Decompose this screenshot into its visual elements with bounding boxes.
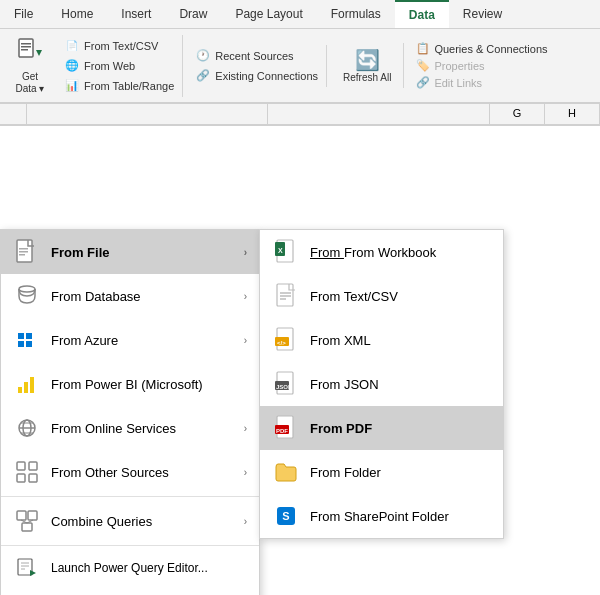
svg-marker-37 <box>30 570 36 576</box>
edit-links-btn[interactable]: 🔗 Edit Links <box>414 75 549 90</box>
combine-queries-label: Combine Queries <box>51 514 234 529</box>
svg-rect-51 <box>277 284 293 306</box>
svg-rect-28 <box>17 511 26 520</box>
menu-item-from-other-sources[interactable]: From Other Sources › <box>1 450 259 494</box>
recent-sources-icon: 🕐 <box>195 48 211 64</box>
svg-rect-8 <box>19 254 25 256</box>
from-folder-icon <box>272 458 300 486</box>
tab-data[interactable]: Data <box>395 0 449 28</box>
menu-item-from-workbook[interactable]: X From From Workbook <box>260 230 503 274</box>
menu-item-from-azure[interactable]: From Azure › <box>1 318 259 362</box>
from-other-sources-icon <box>13 458 41 486</box>
tab-draw[interactable]: Draw <box>165 0 221 28</box>
from-json-icon: JSON <box>272 370 300 398</box>
recent-sources-btn[interactable]: 🕐 Recent Sources <box>193 47 320 65</box>
svg-rect-15 <box>26 341 32 347</box>
svg-rect-26 <box>17 474 25 482</box>
tab-home[interactable]: Home <box>47 0 107 28</box>
menu-item-from-database[interactable]: From Database › <box>1 274 259 318</box>
menu-item-from-xml[interactable]: </> From XML <box>260 318 503 362</box>
from-azure-chevron: › <box>244 335 247 346</box>
ribbon: File Home Insert Draw Page Layout Formul… <box>0 0 600 104</box>
tab-review[interactable]: Review <box>449 0 516 28</box>
from-azure-label: From Azure <box>51 333 234 348</box>
existing-connections-btn[interactable]: 🔗 Existing Connections <box>193 67 320 85</box>
from-pdf-label: From PDF <box>310 421 491 436</box>
svg-text:PDF: PDF <box>276 428 288 434</box>
get-data-button[interactable]: GetData ▾ <box>8 33 52 98</box>
svg-marker-4 <box>36 50 42 56</box>
refresh-all-btn[interactable]: 🔄 Refresh All <box>337 45 397 86</box>
ribbon-content: GetData ▾ 📄 From Text/CSV 🌐 From Web 📊 F… <box>0 29 600 104</box>
menu-divider-1 <box>1 496 259 497</box>
from-table-icon: 📊 <box>64 78 80 94</box>
from-file-icon <box>13 238 41 266</box>
svg-rect-30 <box>22 523 32 531</box>
primary-menu: From File › From Database › <box>0 229 260 595</box>
svg-rect-16 <box>18 387 22 393</box>
menu-divider-2 <box>1 545 259 546</box>
svg-point-9 <box>19 286 35 292</box>
from-file-chevron: › <box>244 247 247 258</box>
svg-rect-18 <box>30 377 34 393</box>
col-g-header: G <box>490 104 545 124</box>
svg-rect-1 <box>21 43 31 45</box>
from-sharepoint-folder-label: From SharePoint Folder <box>310 509 491 524</box>
from-database-chevron: › <box>244 291 247 302</box>
from-workbook-icon: X <box>272 238 300 266</box>
svg-rect-33 <box>18 559 32 575</box>
properties-icon: 🏷️ <box>416 59 430 72</box>
tab-file[interactable]: File <box>0 0 47 28</box>
svg-rect-25 <box>29 462 37 470</box>
menu-item-data-source-settings[interactable]: Data Source Settings... <box>1 588 259 595</box>
sheet-header-row: G H <box>0 104 600 126</box>
svg-rect-17 <box>24 382 28 393</box>
edit-links-icon: 🔗 <box>416 76 430 89</box>
menu-item-from-power-bi[interactable]: From Power BI (Microsoft) <box>1 362 259 406</box>
menu-item-from-pdf[interactable]: PDF From PDF <box>260 406 503 450</box>
menu-item-from-json[interactable]: JSON From JSON <box>260 362 503 406</box>
queries-connections-btn[interactable]: 📋 Queries & Connections <box>414 41 549 56</box>
from-power-bi-label: From Power BI (Microsoft) <box>51 377 247 392</box>
menu-item-from-online-services[interactable]: From Online Services › <box>1 406 259 450</box>
from-online-services-chevron: › <box>244 423 247 434</box>
svg-rect-12 <box>18 333 24 339</box>
properties-btn[interactable]: 🏷️ Properties <box>414 58 549 73</box>
from-table-range-btn[interactable]: 📊 From Table/Range <box>62 77 176 95</box>
from-text-csv-icon: 📄 <box>64 38 80 54</box>
from-other-sources-chevron: › <box>244 467 247 478</box>
menu-item-from-file[interactable]: From File › <box>1 230 259 274</box>
from-xml-label: From XML <box>310 333 491 348</box>
svg-rect-3 <box>21 49 28 51</box>
combine-queries-icon <box>13 507 41 535</box>
from-text-csv-sub-label: From Text/CSV <box>310 289 491 304</box>
from-folder-label: From Folder <box>310 465 491 480</box>
from-web-btn[interactable]: 🌐 From Web <box>62 57 176 75</box>
from-json-label: From JSON <box>310 377 491 392</box>
get-data-label: GetData ▾ <box>16 71 45 95</box>
from-text-csv-btn[interactable]: 📄 From Text/CSV <box>62 37 176 55</box>
spreadsheet-area: G H From File › <box>0 104 600 126</box>
menu-item-combine-queries[interactable]: Combine Queries › <box>1 499 259 543</box>
svg-rect-7 <box>19 251 28 253</box>
from-database-label: From Database <box>51 289 234 304</box>
refresh-group: 🔄 Refresh All <box>331 43 404 88</box>
ribbon-tabs: File Home Insert Draw Page Layout Formul… <box>0 0 600 29</box>
menu-item-from-sharepoint-folder[interactable]: S From SharePoint Folder <box>260 494 503 538</box>
menu-item-launch-pq[interactable]: Launch Power Query Editor... <box>1 548 259 588</box>
from-text-csv-sub-icon <box>272 282 300 310</box>
tab-page-layout[interactable]: Page Layout <box>221 0 316 28</box>
tab-formulas[interactable]: Formulas <box>317 0 395 28</box>
get-data-icon <box>16 36 44 69</box>
from-pdf-icon: PDF <box>272 414 300 442</box>
launch-pq-label: Launch Power Query Editor... <box>51 561 247 575</box>
tab-insert[interactable]: Insert <box>107 0 165 28</box>
from-workbook-label: From From Workbook <box>310 245 491 260</box>
menu-item-from-folder[interactable]: From Folder <box>260 450 503 494</box>
recent-group: 🕐 Recent Sources 🔗 Existing Connections <box>187 45 327 87</box>
existing-connections-icon: 🔗 <box>195 68 211 84</box>
svg-rect-24 <box>17 462 25 470</box>
from-database-icon <box>13 282 41 310</box>
svg-rect-27 <box>29 474 37 482</box>
menu-item-from-text-csv-sub[interactable]: From Text/CSV <box>260 274 503 318</box>
